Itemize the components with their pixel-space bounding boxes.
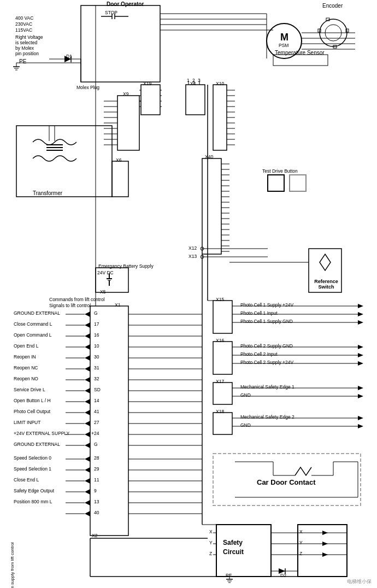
- x12-label: X12: [188, 245, 197, 251]
- right-voltage-label4: pin position: [15, 51, 39, 56]
- x17-label: X17: [216, 379, 224, 384]
- x4-label: X4: [190, 81, 196, 86]
- side-note-label: These I / O's are optically insulated an…: [10, 542, 15, 588]
- open-command-label: Open Command L: [14, 332, 51, 338]
- mech-safety-edge2-label: Mechanical Safety Edge 2: [240, 414, 294, 420]
- ground-external2-label: GROUND EXTERNAL: [14, 442, 60, 447]
- pin-g2: G: [94, 442, 98, 447]
- close-end-label: Close End L: [14, 477, 39, 483]
- pin-plus24: +24: [91, 431, 99, 436]
- d2-label: D2: [280, 573, 286, 578]
- pin-9: 9: [94, 488, 97, 493]
- svg-rect-0: [0, 0, 377, 588]
- voltage-115-label: 115VAC: [15, 27, 32, 33]
- voltage-230-label: 230VAC: [15, 21, 32, 27]
- pin3-label: 3: [198, 78, 201, 83]
- photo-cell1-input-label: Photo Cell 1 Input: [240, 310, 278, 316]
- d1-label: D1: [66, 54, 72, 59]
- open-button-label: Open Button L / H: [14, 398, 51, 403]
- safety-circuit-label: Safety Circuit: [223, 538, 244, 557]
- pin-41: 41: [94, 409, 99, 414]
- wiring-diagram: Door Operator Encoder STOP M PSM Tempera…: [0, 0, 377, 588]
- speed-sel0-label: Speed Selection 0: [14, 455, 51, 461]
- pin-31: 31: [94, 365, 99, 371]
- molex-plug-label: Molex Plug: [76, 85, 99, 90]
- x1-label: X1: [115, 302, 120, 308]
- pin-16: 16: [94, 332, 99, 338]
- pin-g: G: [94, 310, 98, 316]
- photo-cell2-supply-pos-label: Photo Cell 2 Supply +24V: [240, 360, 293, 365]
- x18-label: X18: [216, 409, 224, 414]
- x10-label: X10: [216, 81, 224, 86]
- speed-sel1-label: Speed Selection 1: [14, 466, 51, 472]
- pin-32: 32: [94, 376, 99, 381]
- test-drive-button-label: Test Drive Button: [262, 168, 298, 174]
- pin-sd: SD: [94, 387, 101, 392]
- x19-label: X19: [143, 81, 151, 86]
- x5-label: X5: [100, 289, 105, 295]
- right-voltage-label2: is selected: [15, 40, 37, 45]
- right-voltage-label3: by Molex: [15, 45, 34, 51]
- pin-40: 40: [94, 510, 99, 515]
- x-label-right: X: [299, 529, 303, 534]
- photo-cell-output-label: Photo Cell Output: [14, 409, 50, 414]
- open-end-label: Open End L: [14, 343, 38, 349]
- reopen-nc-label: Reopen NC: [14, 365, 38, 371]
- safety-edge-output-label: Safety Edge Output: [14, 488, 54, 493]
- pin-11: 11: [94, 477, 99, 483]
- x16-label: X16: [216, 338, 224, 343]
- voltage-400-label: 400 VAC: [15, 15, 33, 21]
- x2-label: X2: [92, 533, 97, 538]
- commands-label: Commands from lift control: [49, 297, 105, 302]
- gnd1-label: GND: [240, 392, 251, 398]
- pe-bottom-label: PE: [226, 573, 232, 578]
- emergency-battery-label: Emergancy Battery Supply: [98, 263, 154, 269]
- pin-30: 30: [94, 354, 99, 360]
- pin-27: 27: [94, 420, 99, 425]
- stop-label: STOP: [105, 10, 117, 15]
- photo-cell2-input-label: Photo Cell 2 Input: [240, 351, 278, 357]
- watermark: 电梯维小保: [347, 579, 372, 585]
- limit-input-label: LIMIT INPUT: [14, 420, 40, 425]
- service-drive-label: Service Drive L: [14, 387, 45, 392]
- temperature-sensor-label: Temperature Sensor: [275, 50, 325, 56]
- pin-28: 28: [94, 455, 99, 461]
- gnd2-label: GND: [240, 422, 251, 428]
- reopen-no-label: Reopen NO: [14, 376, 38, 381]
- 24v-dc-label: 24V DC: [97, 270, 114, 275]
- 24v-external-label: +24V EXTERNAL SUPPLY: [14, 431, 69, 436]
- y-label-left: Y: [209, 540, 213, 545]
- car-door-contact-label: Car Door Contact: [257, 478, 316, 486]
- door-operator-label: Door Operator: [107, 1, 144, 7]
- pe-label: PE: [19, 58, 26, 64]
- x9-label: X9: [123, 91, 128, 97]
- encoder-label: Encoder: [322, 3, 343, 9]
- z-label-left: Z: [209, 551, 212, 556]
- pin-17: 17: [94, 321, 99, 327]
- mech-safety-edge1-label: Mechanical Safety Edge 1: [240, 384, 294, 390]
- y-label-right: Y: [299, 540, 303, 545]
- photo-cell1-supply-gnd-label: Photo Cell 1 Supply GND: [240, 319, 293, 324]
- reopen-in-label: Reopen IN: [14, 354, 36, 360]
- reference-switch-label: Reference Switch: [310, 279, 343, 290]
- motor-label: M: [280, 32, 288, 43]
- signals-label: Signals to lift control: [49, 303, 91, 308]
- transformer-label: Transformer: [33, 190, 62, 196]
- pin1-label: 1: [187, 78, 190, 83]
- ground-external-label: GROUND EXTERNAL: [14, 310, 60, 316]
- psm-label: PSM: [279, 43, 288, 48]
- pin-14: 14: [94, 398, 99, 403]
- right-voltage-label: Right Voltage: [15, 34, 43, 40]
- position-800-label: Position 800 mm L: [14, 499, 52, 504]
- pin-13: 13: [94, 499, 99, 504]
- x6-label: X6: [116, 157, 121, 163]
- close-command-label: Close Command L: [14, 321, 52, 327]
- photo-cell1-supply-pos-label: Photo Cell 1 Supply +24V: [240, 302, 293, 308]
- x13-label: X13: [188, 254, 197, 259]
- photo-cell2-supply-gnd-label: Photo Cell 2 Supply GND: [240, 343, 293, 349]
- pin-29: 29: [94, 466, 99, 472]
- x-label-left: X: [209, 529, 213, 534]
- pin-10: 10: [94, 343, 99, 349]
- z-label-right: Z: [299, 551, 302, 556]
- x40-label: X40: [205, 154, 213, 160]
